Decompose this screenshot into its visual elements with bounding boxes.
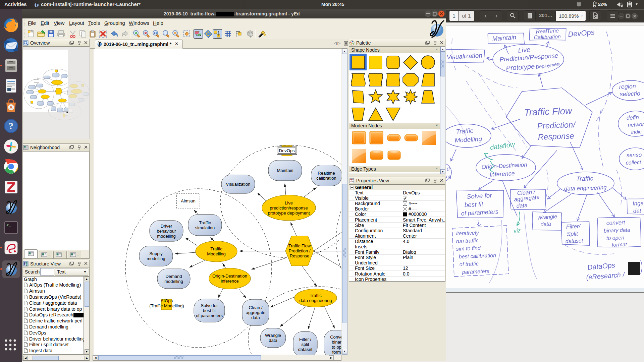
svg-text:Filter/: Filter/ [566, 223, 581, 230]
svg-text:of parameters: of parameters [461, 208, 498, 217]
svg-text:Clean /: Clean / [249, 305, 263, 310]
svg-text:Origin-Destination: Origin-Destination [212, 274, 247, 279]
svg-text:Traffic Flow: Traffic Flow [524, 106, 573, 118]
svg-text:Response: Response [538, 131, 574, 141]
svg-text:selectio: selectio [620, 90, 640, 98]
svg-text:data engineering: data engineering [564, 184, 607, 192]
svg-text:dataflow: dataflow [489, 140, 516, 151]
svg-text:Traffic: Traffic [199, 220, 211, 225]
svg-text:Visualization: Visualization [446, 52, 482, 61]
svg-text:calibration: calibration [316, 176, 336, 181]
svg-text:Traffic: Traffic [576, 175, 594, 182]
svg-text:run traffic: run traffic [456, 238, 479, 244]
svg-text:ling: ling [446, 174, 451, 179]
svg-text:Traffic: Traffic [210, 246, 222, 251]
svg-text:Solve for: Solve for [467, 192, 492, 200]
svg-text:aggregate: aggregate [246, 310, 266, 315]
svg-text:to open: to open [606, 235, 625, 241]
svg-text:Wrangle: Wrangle [537, 214, 557, 221]
svg-text:Wrangle: Wrangle [265, 333, 281, 338]
svg-text:Modelling: Modelling [207, 251, 226, 256]
svg-text:DevOps: DevOps [568, 28, 595, 39]
svg-text:Split: Split [567, 231, 578, 237]
svg-text:viz: viz [513, 227, 521, 234]
svg-text:Inference: Inference [489, 170, 515, 178]
svg-text:Aimsun: Aimsun [181, 198, 195, 203]
svg-text:parameters: parameters [462, 268, 489, 275]
svg-text:Maintain: Maintain [492, 34, 517, 42]
svg-text:split: split [301, 342, 309, 347]
svg-text:?: ? [9, 121, 13, 131]
svg-text:Origin-Destination: Origin-Destination [481, 162, 527, 170]
svg-text:Traffic: Traffic [310, 293, 322, 298]
svg-text:>_: >_ [6, 223, 11, 228]
svg-text:Live: Live [285, 200, 293, 205]
svg-text:behaviour: behaviour [157, 229, 176, 234]
svg-text:data: data [516, 202, 528, 209]
svg-text:Demand: Demand [165, 274, 182, 279]
svg-text:senso: senso [626, 152, 642, 159]
svg-text:Traffic: Traffic [456, 127, 474, 135]
svg-text:AIOps: AIOps [161, 298, 173, 303]
svg-text:modelling: modelling [147, 256, 165, 261]
svg-text:binary: binary [332, 340, 341, 345]
svg-text:iteratively: iteratively [456, 230, 479, 236]
svg-text:Visualization: Visualization [226, 182, 251, 187]
svg-text:(Traffic Modelling): (Traffic Modelling) [149, 303, 184, 308]
svg-text:prototype deployment: prototype deployment [268, 210, 310, 216]
svg-text:Deployment: Deployment [535, 61, 561, 70]
svg-text:Prediction /: Prediction / [288, 248, 310, 253]
svg-text:of traffic: of traffic [460, 261, 479, 267]
svg-text:Response: Response [290, 253, 310, 258]
svg-text:inference: inference [221, 279, 238, 284]
svg-text:forma: forma [332, 350, 341, 355]
svg-text:Live: Live [518, 46, 531, 54]
svg-text:Convert: Convert [330, 335, 341, 340]
svg-text:Traffic Flow: Traffic Flow [288, 243, 311, 248]
svg-text:Prediction/: Prediction/ [537, 120, 576, 130]
svg-text:collect: collect [626, 159, 641, 166]
svg-text:Solve for: Solve for [201, 303, 218, 308]
svg-text:DataOps: DataOps [587, 261, 615, 271]
svg-text:region: region [619, 83, 636, 90]
svg-text:dat: dat [633, 207, 642, 214]
svg-text:dataset: dataset [566, 238, 584, 244]
svg-text:modelling: modelling [164, 279, 183, 284]
svg-text:prediction/response: prediction/response [270, 205, 308, 210]
svg-text:dataset: dataset [298, 347, 313, 352]
svg-text:binary data: binary data [604, 227, 631, 234]
svg-text:simulation: simulation [195, 225, 215, 230]
svg-text:Driver: Driver [161, 224, 172, 229]
svg-text:Callibration: Callibration [534, 34, 561, 40]
svg-text:Supply: Supply [149, 251, 163, 256]
svg-text:format: format [612, 241, 627, 248]
svg-text:data: data [540, 221, 551, 227]
svg-text:data: data [251, 315, 260, 320]
svg-text:of parameters: of parameters [196, 313, 223, 318]
svg-text:Inge: Inge [632, 200, 644, 207]
svg-text:A: A [9, 105, 13, 110]
svg-text:Realtime: Realtime [318, 171, 335, 176]
svg-text:convert: convert [606, 219, 626, 226]
svg-text:data engineering: data engineering [300, 298, 332, 303]
svg-text:Filter /: Filter / [299, 337, 312, 342]
svg-text:DevOps: DevOps [279, 148, 295, 153]
svg-text:(eResearch /: (eResearch / [586, 271, 626, 281]
svg-text:best fit: best fit [464, 200, 484, 208]
svg-text:, Prototype: , Prototype [502, 62, 535, 72]
svg-text:defin: defin [626, 114, 639, 121]
svg-text:data: data [269, 338, 277, 343]
svg-text:indic: indic [631, 129, 642, 135]
svg-text:sim to find: sim to find [456, 245, 481, 252]
svg-text:best fit: best fit [203, 308, 216, 313]
svg-text:1:1: 1:1 [154, 32, 157, 34]
svg-text:best callibration: best callibration [459, 252, 496, 259]
svg-text:to ope: to ope [332, 345, 341, 350]
svg-text:networ: networ [628, 121, 644, 128]
svg-text:Modelling: Modelling [454, 135, 482, 144]
svg-text:modelling: modelling [157, 234, 176, 239]
svg-text:Maintain: Maintain [277, 168, 293, 173]
